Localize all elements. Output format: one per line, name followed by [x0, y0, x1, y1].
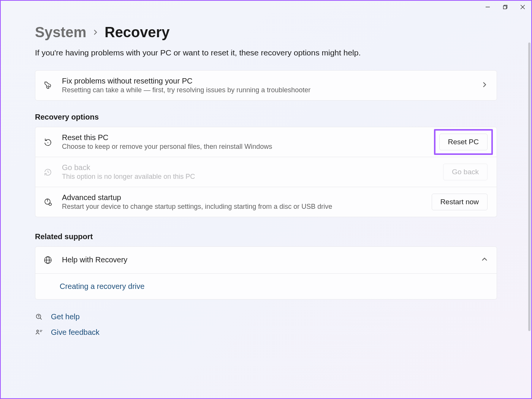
reset-pc-title: Reset this PC [62, 133, 430, 142]
svg-point-8 [49, 203, 51, 205]
go-back-button: Go back [443, 164, 488, 180]
go-back-desc: This option is no longer available on th… [62, 173, 434, 181]
page-title: Recovery [104, 24, 169, 41]
close-button[interactable] [514, 1, 531, 13]
svg-line-18 [40, 318, 42, 319]
advanced-startup-desc: Restart your device to change startup se… [62, 203, 423, 211]
highlight-annotation: Reset PC [434, 129, 493, 155]
chevron-up-icon [481, 256, 488, 264]
help-with-recovery-title: Help with Recovery [62, 255, 472, 264]
advanced-startup-row: Advanced startup Restart your device to … [35, 187, 497, 217]
scrollbar[interactable] [528, 43, 530, 331]
maximize-button[interactable] [496, 1, 514, 13]
power-settings-icon [43, 197, 53, 207]
advanced-startup-title: Advanced startup [62, 193, 423, 202]
creating-recovery-drive-link[interactable]: Creating a recovery drive [60, 282, 144, 290]
get-help-label: Get help [51, 312, 80, 321]
feedback-icon [35, 328, 43, 337]
give-feedback-label: Give feedback [51, 328, 100, 337]
give-feedback-link[interactable]: Give feedback [35, 328, 497, 337]
reset-pc-desc: Choose to keep or remove your personal f… [62, 143, 430, 151]
chevron-right-icon [93, 28, 98, 37]
get-help-link[interactable]: Get help [35, 312, 497, 321]
fix-problems-title: Fix problems without resetting your PC [62, 77, 472, 85]
reset-pc-button[interactable]: Reset PC [439, 134, 488, 150]
svg-point-19 [36, 330, 38, 332]
fix-problems-card[interactable]: Fix problems without resetting your PC R… [35, 70, 497, 101]
breadcrumb: System Recovery [35, 24, 497, 41]
breadcrumb-parent[interactable]: System [35, 24, 86, 41]
history-icon [43, 167, 53, 177]
minimize-button[interactable] [479, 1, 496, 13]
go-back-row: Go back This option is no longer availab… [35, 157, 497, 187]
svg-point-5 [48, 142, 48, 143]
reset-pc-row: Reset this PC Choose to keep or remove y… [35, 127, 497, 157]
svg-rect-2 [503, 6, 506, 9]
help-icon [35, 313, 43, 321]
window-controls [479, 1, 531, 13]
restart-now-button[interactable]: Restart now [432, 194, 488, 210]
help-with-recovery-card: Help with Recovery Creating a recovery d… [35, 246, 497, 300]
svg-point-17 [38, 317, 39, 318]
section-related-support: Related support [35, 232, 497, 241]
globe-icon [43, 255, 53, 265]
reset-pc-icon [43, 137, 53, 147]
chevron-right-icon [481, 82, 488, 89]
go-back-title: Go back [62, 163, 434, 172]
help-with-recovery-header[interactable]: Help with Recovery [35, 247, 497, 273]
section-recovery-options: Recovery options [35, 113, 497, 121]
page-subtitle: If you're having problems with your PC o… [35, 48, 497, 57]
wrench-icon [43, 80, 53, 90]
fix-problems-desc: Resetting can take a while — first, try … [62, 86, 472, 94]
